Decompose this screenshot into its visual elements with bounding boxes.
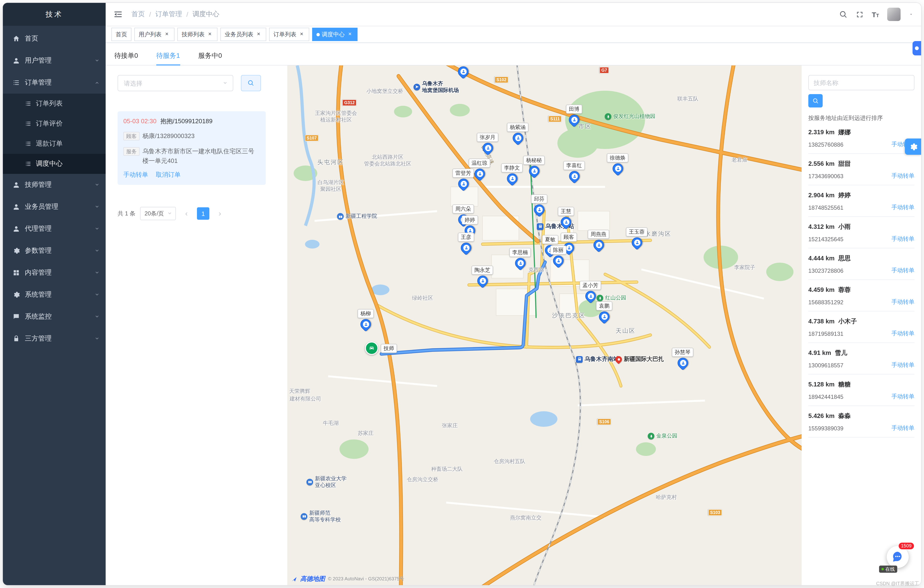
- technician-marker[interactable]: 杨柳: [358, 309, 374, 329]
- technician-distance: 2.319 km: [808, 128, 835, 136]
- manual-transfer-link[interactable]: 手动转单: [891, 267, 914, 275]
- sidebar-item-system-monitor[interactable]: 系统监控: [3, 306, 106, 328]
- cancel-order-link[interactable]: 取消订单: [156, 171, 181, 180]
- technician-marker[interactable]: [458, 66, 469, 77]
- technician-marker[interactable]: 张岁月: [477, 133, 498, 153]
- sidebar-item-dispatch-center[interactable]: 调度中心: [3, 154, 106, 174]
- marker-label: 雷登芳: [452, 169, 474, 178]
- technician-marker[interactable]: 杨秘秘: [523, 156, 545, 176]
- technician-marker[interactable]: 孙慧琴: [672, 348, 693, 368]
- manual-transfer-link[interactable]: 手动转单: [891, 424, 914, 432]
- tag-close-icon[interactable]: [163, 31, 170, 38]
- tag-close-icon[interactable]: [298, 31, 305, 38]
- technician-marker[interactable]: 李静文: [501, 163, 523, 184]
- person-pin-icon: [629, 235, 644, 250]
- technician-search-input[interactable]: [813, 79, 910, 87]
- manual-transfer-link[interactable]: 手动转单: [891, 204, 914, 212]
- tag-close-icon[interactable]: [206, 31, 213, 38]
- sidebar-item-home[interactable]: 首页: [3, 28, 106, 50]
- sidebar-item-agent-mgmt[interactable]: 代理管理: [3, 218, 106, 240]
- technician-name: 淼淼: [838, 412, 851, 419]
- sidebar-item-content-mgmt[interactable]: 内容管理: [3, 262, 106, 284]
- technician-search-field[interactable]: [808, 75, 914, 90]
- breadcrumb-order-mgmt[interactable]: 订单管理: [155, 10, 182, 19]
- technician-marker[interactable]: 雷登芳: [452, 169, 474, 189]
- technician-marker[interactable]: 李喜红: [563, 161, 585, 181]
- technician-marker[interactable]: 袁鹏: [596, 301, 612, 322]
- marker-label: 顾客: [561, 232, 577, 242]
- tag-close-icon[interactable]: [255, 31, 262, 38]
- technician-marker[interactable]: 李思楠: [509, 248, 531, 268]
- technician-search-button[interactable]: [808, 94, 823, 107]
- avatar[interactable]: [887, 8, 901, 21]
- font-size-icon[interactable]: T: [872, 10, 879, 18]
- dispatch-map[interactable]: 小地窝堡立交桥 联丰五队 市区 老君庙 王家沟片区管委会 植运新村社区 头屯: [287, 66, 802, 585]
- chat-online-status: 在线: [879, 565, 897, 573]
- person-pin-icon: [505, 171, 519, 186]
- technician-marker[interactable]: 杨紫涵: [507, 123, 528, 143]
- tab-in-service[interactable]: 服务中0: [198, 46, 222, 65]
- tab-pending-accept[interactable]: 待接单0: [114, 46, 138, 65]
- manual-transfer-link[interactable]: 手动转单: [891, 393, 914, 401]
- sidebar-item-thirdparty-mgmt[interactable]: 三方管理: [3, 328, 106, 350]
- technician-marker[interactable]: 邱芬: [531, 194, 547, 215]
- avatar-caret-icon[interactable]: [909, 12, 914, 17]
- tag-dispatch-center[interactable]: 调度中心: [312, 28, 358, 41]
- technician-marker[interactable]: 周燕燕: [588, 230, 609, 250]
- person-pin-icon: [480, 141, 495, 155]
- tag-order-list[interactable]: 订单列表: [269, 28, 309, 41]
- technician-marker[interactable]: 徐德焕: [607, 153, 629, 174]
- order-filter-input[interactable]: [123, 79, 222, 87]
- car-icon: [365, 341, 378, 355]
- pagination-next-button[interactable]: ›: [214, 208, 226, 220]
- tag-salesman-list[interactable]: 业务员列表: [220, 28, 266, 41]
- sidebar-item-technician-mgmt[interactable]: 技师管理: [3, 174, 106, 196]
- sidebar-item-user-mgmt[interactable]: 用户管理: [3, 50, 106, 72]
- technician-marker[interactable]: 孟小芳: [579, 281, 601, 301]
- manual-transfer-link[interactable]: 手动转单: [891, 329, 914, 338]
- sidebar-collapse-icon[interactable]: [113, 10, 123, 19]
- breadcrumb-separator: [186, 10, 188, 18]
- breadcrumb-home[interactable]: 首页: [132, 10, 145, 19]
- technician-marker[interactable]: 陈丽: [550, 245, 566, 266]
- page-size-select[interactable]: 20条/页: [140, 207, 176, 221]
- manual-transfer-link[interactable]: 手动转单: [123, 171, 148, 180]
- fullscreen-icon[interactable]: [855, 10, 863, 18]
- technician-marker[interactable]: 陶永芝: [472, 265, 493, 286]
- settings-fab[interactable]: [905, 138, 921, 155]
- manual-transfer-link[interactable]: 手动转单: [891, 235, 914, 243]
- pagination-prev-button[interactable]: ‹: [181, 208, 192, 220]
- chat-widget[interactable]: 1509 在线: [887, 546, 909, 568]
- tab-pending-service[interactable]: 待服务1: [156, 46, 180, 65]
- sidebar-item-order-review[interactable]: 订单评价: [3, 114, 106, 134]
- manual-transfer-link[interactable]: 手动转单: [891, 298, 914, 306]
- search-icon[interactable]: [839, 10, 847, 18]
- sidebar-item-param-mgmt[interactable]: 参数管理: [3, 240, 106, 262]
- floating-widget[interactable]: [912, 41, 921, 55]
- technician-panel: 按服务地址由近到远进行排序 2.319 km 娜娜 13825760886: [802, 66, 921, 585]
- marker-label: 田博: [566, 105, 582, 114]
- marker-label: 李静文: [501, 163, 523, 173]
- pagination-page-1[interactable]: 1: [197, 208, 210, 220]
- technician-marker[interactable]: 田博: [566, 105, 582, 125]
- technician-name: 雪儿: [835, 349, 847, 356]
- order-filter-select[interactable]: [117, 75, 233, 91]
- technician-marker[interactable]: 王彦: [458, 232, 474, 253]
- technician-marker[interactable]: 王玉蓉: [626, 227, 647, 248]
- gear-icon: [909, 142, 917, 151]
- sidebar-item-system-mgmt[interactable]: 系统管理: [3, 284, 106, 306]
- manual-transfer-link[interactable]: 手动转单: [891, 361, 914, 369]
- sidebar-item-salesman-mgmt[interactable]: 业务员管理: [3, 196, 106, 218]
- sidebar-item-order-list[interactable]: 订单列表: [3, 94, 106, 114]
- sidebar-item-refund-order[interactable]: 退款订单: [3, 134, 106, 154]
- technician-marker[interactable]: 王慧: [558, 207, 574, 227]
- sidebar-item-order-mgmt[interactable]: 订单管理: [3, 72, 106, 94]
- order-search-button[interactable]: [241, 75, 261, 91]
- tag-close-icon[interactable]: [346, 31, 353, 38]
- user-icon: [12, 203, 20, 211]
- tag-user-list[interactable]: 用户列表: [134, 28, 175, 41]
- tag-home[interactable]: 首页: [111, 28, 132, 41]
- tag-technician-list[interactable]: 技师列表: [177, 28, 218, 41]
- active-technician-marker[interactable]: 技师: [365, 341, 397, 355]
- manual-transfer-link[interactable]: 手动转单: [891, 172, 914, 180]
